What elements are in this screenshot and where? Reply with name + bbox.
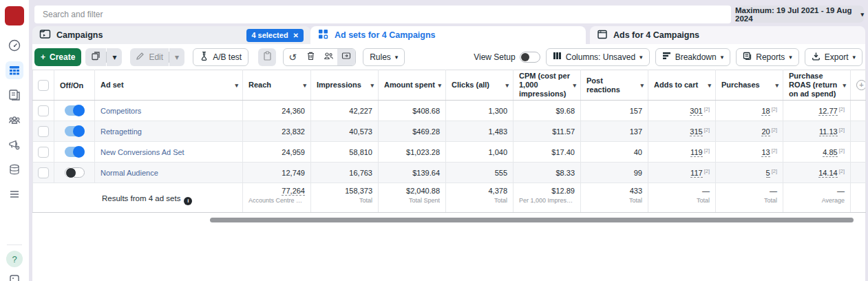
date-range-button[interactable]: Maximum: 19 Jul 2021 - 19 Aug 2024 ▾ bbox=[735, 6, 864, 23]
export-button[interactable]: Export ▾ bbox=[805, 48, 862, 66]
view-setup-toggle[interactable] bbox=[520, 52, 540, 63]
purchases-cell: 20[2] bbox=[716, 121, 783, 142]
summary-sublabel: Total bbox=[721, 197, 777, 204]
audience-share-button[interactable] bbox=[319, 48, 337, 66]
sidebar-item-all-tools[interactable] bbox=[6, 185, 23, 203]
campaigns-table-icon bbox=[8, 64, 21, 76]
post-reactions-cell: 137 bbox=[581, 121, 648, 142]
sidebar-item-audiences[interactable] bbox=[6, 111, 23, 129]
sidebar-divider bbox=[7, 244, 22, 245]
clipboard-icon bbox=[263, 51, 272, 63]
row-checkbox[interactable] bbox=[38, 147, 49, 158]
ad-set-name-link[interactable]: New Conversions Ad Set bbox=[95, 142, 243, 163]
selected-count-badge[interactable]: 4 selected ✕ bbox=[246, 29, 304, 42]
metric-link[interactable]: 4.85 bbox=[823, 148, 837, 157]
ad-set-name-link[interactable]: Normal Audience bbox=[95, 163, 243, 183]
sidebar-item-campaigns[interactable] bbox=[6, 61, 23, 79]
rules-button[interactable]: Rules ▾ bbox=[363, 48, 405, 66]
account-logo[interactable] bbox=[5, 6, 24, 25]
metric-link[interactable]: 301 bbox=[690, 107, 702, 116]
col-header-clicks[interactable]: Clicks (all)▾ bbox=[446, 70, 514, 101]
row-checkbox[interactable] bbox=[38, 105, 49, 116]
reports-label: Reports bbox=[756, 52, 785, 62]
col-header-purchase-roas[interactable]: Purchase ROAS (return on ad spend)▾ bbox=[783, 70, 851, 101]
search-input[interactable] bbox=[34, 6, 731, 23]
col-header-amount-spent[interactable]: Amount spent▾ bbox=[379, 70, 446, 101]
horizontal-scrollbar[interactable] bbox=[210, 218, 854, 222]
preview-button[interactable] bbox=[337, 48, 355, 66]
ad-set-toggle[interactable] bbox=[65, 167, 85, 178]
tab-campaigns[interactable]: Campaigns 4 selected ✕ bbox=[32, 26, 310, 44]
paste-button[interactable] bbox=[258, 48, 276, 66]
tab-ads-label: Ads for 4 Campaigns bbox=[613, 30, 699, 40]
close-icon[interactable]: ✕ bbox=[293, 32, 299, 39]
create-button[interactable]: + Create bbox=[34, 48, 81, 66]
date-range-label: Maximum: 19 Jul 2021 - 19 Aug 2024 bbox=[735, 6, 856, 23]
col-header-purchases[interactable]: Purchases▾ bbox=[716, 70, 783, 101]
device-icon[interactable] bbox=[8, 274, 21, 281]
ad-set-name-link[interactable]: Retragetting bbox=[95, 121, 243, 142]
table-row: Competitors 24,360 42,227 $408.68 1,300 … bbox=[33, 101, 866, 121]
metric-link[interactable]: 119 bbox=[690, 148, 703, 157]
reports-icon bbox=[743, 52, 752, 63]
duplicate-caret-button[interactable]: ▾ bbox=[107, 48, 122, 66]
metric-link[interactable]: 18 bbox=[761, 107, 770, 116]
ad-set-name-link[interactable]: Competitors bbox=[95, 101, 243, 121]
edit-caret-button[interactable]: ▾ bbox=[169, 48, 184, 66]
chevron-down-icon: ▾ bbox=[852, 54, 856, 61]
col-header-post-reactions[interactable]: Post reactions▾ bbox=[581, 70, 648, 101]
metric-link[interactable]: 14.14 bbox=[818, 169, 838, 178]
copy-icon bbox=[91, 51, 100, 63]
export-icon bbox=[812, 52, 821, 63]
select-all-checkbox[interactable] bbox=[38, 80, 49, 91]
col-header-impressions[interactable]: Impressions▾ bbox=[311, 70, 379, 101]
edit-button[interactable]: Edit bbox=[130, 48, 169, 66]
edit-button-group: Edit ▾ bbox=[130, 48, 184, 66]
table-row: Retragetting 23,832 40,573 $469.28 1,483… bbox=[33, 121, 866, 142]
export-label: Export bbox=[825, 52, 849, 62]
col-header-reach[interactable]: Reach▾ bbox=[243, 70, 311, 101]
adds-to-cart-cell: 301[2] bbox=[648, 101, 716, 121]
metric-link[interactable]: 13 bbox=[761, 148, 770, 157]
flask-icon bbox=[200, 51, 209, 63]
metric-link[interactable]: 77,264 bbox=[282, 187, 305, 196]
sidebar-item-reporting[interactable] bbox=[6, 86, 23, 104]
pages-icon bbox=[8, 88, 21, 102]
ad-set-toggle[interactable] bbox=[65, 105, 85, 116]
footnote-marker: [2] bbox=[839, 147, 845, 154]
adds-to-cart-cell: 117[2] bbox=[648, 163, 716, 183]
metric-link[interactable]: 5 bbox=[766, 169, 770, 178]
sidebar-item-overview[interactable] bbox=[6, 37, 23, 54]
columns-button[interactable]: Columns: Unsaved ▾ bbox=[546, 48, 650, 66]
col-header-cpm[interactable]: CPM (cost per 1,000 impressions)▾ bbox=[514, 70, 581, 101]
metric-link[interactable]: 12.77 bbox=[818, 107, 838, 116]
trash-icon bbox=[306, 51, 315, 63]
row-checkbox[interactable] bbox=[38, 167, 49, 178]
delete-button[interactable] bbox=[301, 48, 319, 66]
reports-button[interactable]: Reports ▾ bbox=[736, 48, 799, 66]
metric-link[interactable]: 315 bbox=[690, 127, 702, 136]
sidebar-item-ads-settings[interactable] bbox=[6, 136, 23, 154]
ad-set-toggle[interactable] bbox=[65, 126, 85, 136]
undo-button[interactable]: ↺ bbox=[284, 48, 301, 66]
help-icon: ? bbox=[12, 254, 17, 264]
duplicate-button[interactable] bbox=[85, 48, 106, 66]
row-checkbox[interactable] bbox=[38, 126, 49, 137]
tab-ads[interactable]: Ads for 4 Campaigns bbox=[590, 26, 865, 44]
impressions-cell: 40,573 bbox=[311, 121, 379, 142]
breakdown-button[interactable]: Breakdown ▾ bbox=[655, 48, 731, 66]
sidebar-item-billing[interactable] bbox=[6, 160, 23, 178]
info-icon[interactable]: i bbox=[184, 197, 192, 205]
column-settings-icon[interactable]: + bbox=[856, 80, 866, 90]
tab-ad-sets[interactable]: Ad sets for 4 Campaigns bbox=[310, 26, 586, 44]
col-header-ad-set[interactable]: Ad set▾ bbox=[95, 70, 243, 101]
metric-link[interactable]: 117 bbox=[690, 169, 703, 178]
help-button[interactable]: ? bbox=[6, 251, 23, 267]
metric-link[interactable]: 11.13 bbox=[819, 127, 838, 136]
monitor-arrow-icon bbox=[341, 52, 351, 63]
ab-test-button[interactable]: A/B test bbox=[193, 48, 248, 66]
metric-link[interactable]: 20 bbox=[761, 127, 770, 136]
ad-set-toggle[interactable] bbox=[65, 147, 85, 157]
roas-cell: 14.14[2] bbox=[783, 163, 851, 183]
col-header-adds-to-cart[interactable]: Adds to cart▾ bbox=[648, 70, 716, 101]
